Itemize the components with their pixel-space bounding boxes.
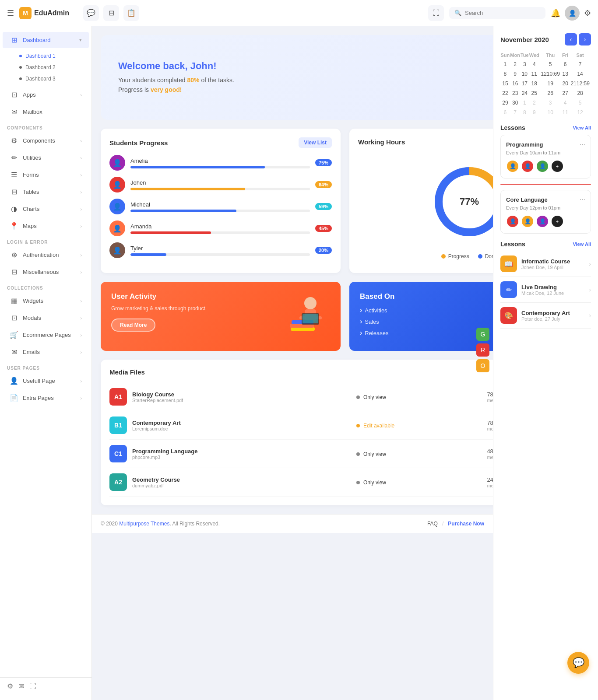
sidebar-item-dashboard1[interactable]: Dashboard 1 (0, 50, 91, 62)
fab-button[interactable]: 💬 (567, 652, 589, 674)
view-list-button[interactable]: View List (299, 137, 332, 148)
floating-btn-green[interactable]: G (476, 328, 489, 341)
based-on-text: Based On Activities Sales Releases (360, 292, 394, 339)
cal-day-cell[interactable]: 2 (529, 98, 539, 108)
sidebar-item-ecommerce[interactable]: 🛒 Ecommerce Pages › (3, 327, 89, 343)
sidebar-item-dashboard2[interactable]: Dashboard 2 (0, 62, 91, 73)
cal-day-cell[interactable]: 8 (521, 108, 529, 117)
sidebar-item-dashboard3[interactable]: Dashboard 3 (0, 73, 91, 84)
sidebar-item-maps[interactable]: 📍 Maps › (3, 218, 89, 234)
expand-footer-icon[interactable]: ⛶ (29, 682, 36, 690)
lesson-avatar-add[interactable]: + (551, 160, 564, 173)
core-avatar-add[interactable]: + (551, 215, 564, 228)
cal-day-cell[interactable]: 11 (561, 108, 569, 117)
cal-day-cell[interactable]: 20 (561, 79, 569, 88)
clipboard-icon-btn[interactable]: 📋 (123, 5, 139, 21)
cal-day-cell[interactable]: 4 (561, 98, 569, 108)
floating-btn-red[interactable]: R (476, 343, 489, 357)
cal-day-cell[interactable]: 10 (521, 69, 529, 79)
cal-day-cell[interactable]: 7 (510, 108, 521, 117)
mail-footer-icon[interactable]: ✉ (18, 682, 24, 690)
cal-day-cell[interactable]: 23 (510, 88, 521, 98)
progress-badge: 20% (315, 247, 332, 254)
media-icon-cell: A1 (109, 383, 132, 411)
core-language-dots-icon[interactable]: ··· (580, 196, 585, 203)
lessons-list-item[interactable]: 📖 Informatic Course Johen Doe, 19 April … (500, 251, 591, 277)
lessons-list-item[interactable]: 🎨 Contemporary Art Potar doe, 27 July › (500, 303, 591, 329)
cal-day-cell[interactable]: 6 (561, 60, 569, 69)
sidebar-item-utilities[interactable]: ✏ Utilities › (3, 150, 89, 166)
footer-brand-link[interactable]: Multipurpose Themes (119, 521, 169, 527)
cal-day-cell[interactable]: 9 (529, 108, 539, 117)
cal-next-button[interactable]: › (579, 33, 591, 46)
programming-dots-icon[interactable]: ··· (580, 140, 585, 148)
cal-day-cell[interactable]: 2 (510, 60, 521, 69)
welcome-text1: Your students complated (118, 77, 187, 84)
cal-day-cell[interactable]: 17 (521, 79, 529, 88)
cal-day-cell[interactable]: 4 (529, 60, 539, 69)
cal-day-cell[interactable]: 6 (500, 108, 510, 117)
cal-day-cell[interactable]: 11 (529, 69, 539, 79)
cal-day-cell[interactable]: 12 (569, 108, 591, 117)
cal-day-cell[interactable]: 18 (529, 79, 539, 88)
cal-day-cell[interactable]: 24 (521, 88, 529, 98)
sidebar-item-usefull[interactable]: 👤 Usefull Page › (3, 373, 89, 389)
cal-day-cell[interactable]: 26 (539, 88, 561, 98)
footer-faq-link[interactable]: FAQ (427, 521, 438, 527)
cal-day-cell[interactable]: 1210:69 (539, 69, 561, 79)
cal-day-cell[interactable]: 3 (521, 60, 529, 69)
sidebar-item-forms[interactable]: ☰ Forms › (3, 167, 89, 183)
cal-day-cell[interactable]: 14 (569, 69, 591, 79)
cal-day-cell[interactable]: 16 (510, 79, 521, 88)
cal-day-cell[interactable]: 29 (500, 98, 510, 108)
topbar-dots-icon[interactable]: ⚙ (584, 8, 591, 18)
cal-day-cell[interactable]: 5 (569, 98, 591, 108)
lessons-list-item[interactable]: ✏ Live Drawing Micak Doe, 12 June › (500, 277, 591, 303)
cal-day-cell[interactable]: 22 (500, 88, 510, 98)
search-box[interactable]: 🔍 (449, 7, 545, 19)
sidebar-item-widgets[interactable]: ▦ Widgets › (3, 293, 89, 309)
usefull-icon: 👤 (10, 377, 18, 385)
cal-day-cell[interactable]: 27 (561, 88, 569, 98)
floating-btn-orange[interactable]: O (476, 359, 489, 372)
footer-purchase-link[interactable]: Purchase Now (448, 521, 484, 527)
cal-day-cell[interactable]: 28 (569, 88, 591, 98)
cal-day-cell[interactable]: 13 (561, 69, 569, 79)
read-more-button[interactable]: Read More (111, 318, 155, 332)
sidebar-item-components[interactable]: ⚙ Components › (3, 133, 89, 149)
sidebar-item-charts[interactable]: ◑ Charts › (3, 201, 89, 217)
cal-day-cell[interactable]: 9 (510, 69, 521, 79)
cal-day-cell[interactable]: 19 (539, 79, 561, 88)
cal-day-cell[interactable]: 1 (521, 98, 529, 108)
lessons-list-view-all[interactable]: View All (573, 242, 591, 247)
sidebar-item-emails[interactable]: ✉ Emails › (3, 344, 89, 360)
chat-icon-btn[interactable]: 💬 (83, 5, 99, 21)
search-input[interactable] (465, 10, 535, 16)
cal-day-cell[interactable]: 10 (539, 108, 561, 117)
cal-day-cell[interactable]: 7 (569, 60, 591, 69)
cal-day-cell[interactable]: 15 (500, 79, 510, 88)
bell-icon[interactable]: 🔔 (551, 8, 560, 18)
cal-day-cell[interactable]: 5 (539, 60, 561, 69)
cal-day-cell[interactable]: 30 (510, 98, 521, 108)
hamburger-icon[interactable]: ☰ (7, 8, 14, 18)
cal-day-cell[interactable]: 8 (500, 69, 510, 79)
settings-icon[interactable]: ⚙ (7, 682, 13, 690)
sidebar-item-dashboard[interactable]: ⊞ Dashboard ▾ (3, 32, 89, 48)
sidebar-item-apps[interactable]: ⊡ Apps › (3, 87, 89, 103)
cal-day-cell[interactable]: 3 (539, 98, 561, 108)
sidebar-item-authentication[interactable]: ⊕ Authentication › (3, 247, 89, 263)
sidebar-item-miscellaneous[interactable]: ⊟ Miscellaneous › (3, 264, 89, 280)
sidebar-item-modals[interactable]: ⊡ Modals › (3, 310, 89, 326)
cal-prev-button[interactable]: ‹ (565, 33, 577, 46)
table-icon-btn[interactable]: ⊟ (103, 5, 119, 21)
avatar[interactable]: 👤 (565, 6, 580, 21)
cal-day-cell[interactable]: 2112:59 (569, 79, 591, 88)
sidebar-item-mailbox[interactable]: ✉ Mailbox (3, 104, 89, 120)
sidebar-item-extra[interactable]: 📄 Extra Pages › (3, 390, 89, 406)
cal-day-cell[interactable]: 1 (500, 60, 510, 69)
lessons-top-view-all[interactable]: View All (573, 125, 591, 130)
expand-icon-btn[interactable]: ⛶ (428, 5, 444, 21)
cal-day-cell[interactable]: 25 (529, 88, 539, 98)
sidebar-item-tables[interactable]: ⊟ Tables › (3, 184, 89, 200)
